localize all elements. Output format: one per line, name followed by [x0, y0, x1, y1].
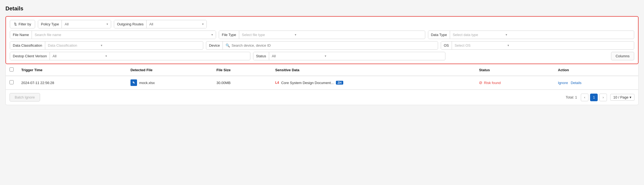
policy-type-filter: Policy Type All ▾	[38, 20, 111, 28]
sensitive-data-cell: L4 Core System Design Document... ZH	[271, 76, 475, 89]
file-name-filter: File Name Search file name ▾	[10, 31, 216, 39]
sensitive-data-text: Core System Design Document...	[281, 81, 334, 85]
detected-file-cell: ✎ mock.xlsx	[127, 76, 213, 89]
per-page-select[interactable]: 10 / Page ▾	[610, 94, 634, 101]
batch-ignore-button[interactable]: Batch Ignore	[10, 93, 40, 102]
chevron-down-icon: ▾	[211, 33, 213, 37]
l4-badge: L4	[275, 81, 279, 85]
zh-badge: ZH	[336, 81, 343, 85]
table-row: 2024-07-11 22:56:28 ✎ mock.xlsx 30.00MB …	[6, 76, 638, 89]
chevron-down-icon: ▾	[508, 44, 509, 47]
status-text: Risk found	[484, 81, 500, 85]
chevron-down-icon: ▾	[101, 44, 102, 47]
desktop-client-select[interactable]: All ▾	[50, 52, 110, 60]
status-cell: ⊘ Risk found	[475, 76, 554, 89]
details-button[interactable]: Details	[571, 81, 582, 85]
policy-type-select[interactable]: All ▾	[62, 20, 111, 28]
action-cell: Ignore Details	[554, 76, 638, 89]
filter-by-button[interactable]: ⇅ Filter by	[10, 20, 35, 28]
chevron-down-icon: ▾	[202, 22, 204, 26]
chevron-down-icon: ▾	[630, 95, 631, 99]
data-classification-filter: Data Classification Data Classification …	[10, 41, 203, 50]
search-icon: 🔍	[226, 43, 230, 47]
select-all-header	[6, 64, 17, 76]
table-footer: Batch Ignore Total: 1 ‹ 1 › 10 / Page ▾	[6, 89, 638, 105]
data-type-filter: Data Type Select data type ▾	[428, 31, 634, 39]
data-classification-select[interactable]: Data Classification ▾	[45, 41, 105, 49]
columns-button[interactable]: Columns	[611, 52, 634, 60]
page-title: Details	[5, 5, 639, 12]
file-type-icon: ✎	[130, 79, 137, 86]
device-search-input[interactable]	[232, 43, 435, 47]
trigger-time-header: Trigger Time	[17, 64, 127, 76]
ignore-button[interactable]: Ignore	[558, 81, 568, 85]
total-label: Total: 1	[566, 95, 577, 99]
page-1-button[interactable]: 1	[590, 94, 598, 101]
file-name: mock.xlsx	[139, 81, 155, 85]
chevron-down-icon: ▾	[325, 54, 326, 58]
os-select[interactable]: Select OS ▾	[452, 41, 512, 49]
row-checkbox[interactable]	[10, 80, 14, 84]
file-type-filter: File Type Select file type ▾	[219, 31, 425, 39]
device-label: Device	[206, 41, 223, 49]
outgoing-routes-filter: Outgoing Routes All ▾	[114, 20, 207, 28]
chevron-down-icon: ▾	[105, 54, 107, 58]
detected-file-header: Detected File	[127, 64, 213, 76]
chevron-down-icon: ▾	[295, 33, 296, 37]
table-container: Trigger Time Detected File File Size Sen…	[5, 64, 639, 105]
policy-type-label: Policy Type	[38, 20, 62, 28]
file-name-label: File Name	[10, 31, 32, 39]
trigger-time-cell: 2024-07-11 22:56:28	[17, 76, 127, 89]
status-select[interactable]: All ▾	[269, 52, 329, 60]
os-filter: OS Select OS ▾	[441, 41, 634, 50]
file-type-label: File Type	[219, 31, 239, 39]
desktop-client-label: Destop Client Verison	[10, 52, 50, 60]
filter-container: ⇅ Filter by Policy Type All ▾ Outgoing R…	[5, 16, 639, 64]
status-filter: Status All ▾	[253, 52, 446, 60]
data-classification-label: Data Classification	[10, 41, 45, 49]
sensitive-data-header: Sensitive Data	[271, 64, 475, 76]
desktop-client-filter: Destop Client Verison All ▾	[10, 52, 250, 60]
pagination: Total: 1 ‹ 1 › 10 / Page ▾	[566, 94, 634, 101]
device-filter: Device 🔍	[206, 41, 438, 50]
file-type-select[interactable]: Select file type ▾	[239, 31, 299, 39]
data-type-select[interactable]: Select data type ▾	[450, 31, 510, 39]
chevron-down-icon: ▾	[506, 33, 507, 37]
file-name-select[interactable]: Search file name ▾	[32, 31, 216, 39]
status-header: Status	[475, 64, 554, 76]
file-size-header: File Size	[212, 64, 271, 76]
chevron-down-icon: ▾	[107, 22, 108, 26]
os-label: OS	[441, 41, 452, 49]
outgoing-routes-select[interactable]: All ▾	[147, 20, 206, 28]
file-size-cell: 30.00MB	[212, 76, 271, 89]
prev-page-button[interactable]: ‹	[581, 94, 588, 101]
data-type-label: Data Type	[428, 31, 450, 39]
risk-icon: ⊘	[479, 80, 482, 85]
status-label: Status	[253, 52, 269, 60]
next-page-button[interactable]: ›	[599, 94, 607, 101]
filter-icon: ⇅	[14, 22, 17, 26]
action-header: Action	[554, 64, 638, 76]
select-all-checkbox[interactable]	[10, 67, 14, 71]
outgoing-routes-label: Outgoing Routes	[114, 20, 147, 28]
